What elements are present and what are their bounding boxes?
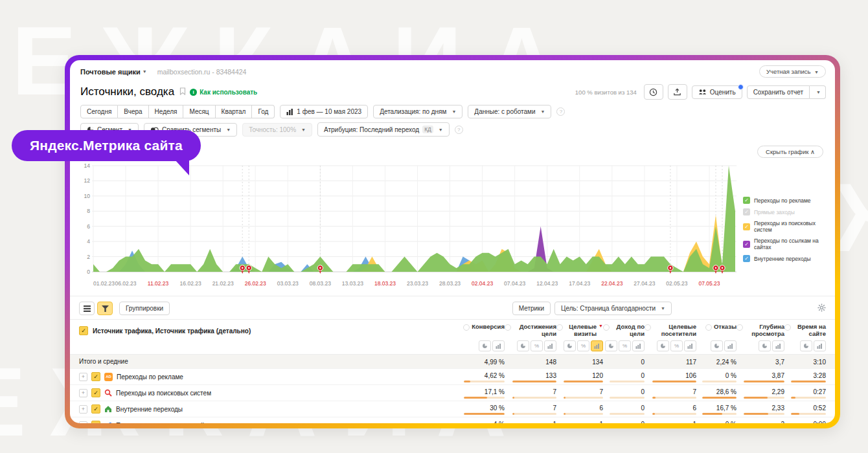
save-report-button[interactable]: Сохранить отчет bbox=[747, 85, 810, 99]
legend-checkbox[interactable]: ✓ bbox=[743, 241, 750, 248]
pie-toggle[interactable] bbox=[605, 340, 617, 351]
expand-button[interactable]: + bbox=[79, 421, 87, 424]
chevron-down-icon: ▼ bbox=[816, 90, 821, 94]
table-row[interactable]: +✓Переходы из поисковых систем17,1 %7707… bbox=[70, 385, 835, 401]
metric-name[interactable]: Целевые посетители bbox=[645, 324, 696, 338]
rate-button[interactable]: Оценить bbox=[692, 85, 742, 99]
cell-bar bbox=[564, 397, 603, 399]
pie-toggle[interactable] bbox=[711, 340, 723, 351]
metric-column-header: Глубина просмотра bbox=[737, 324, 784, 351]
account-button[interactable]: Учетная запись ▼ bbox=[759, 65, 826, 78]
save-report-caret[interactable]: ▼ bbox=[810, 85, 826, 99]
legend-item[interactable]: ✓Переходы из поисковых систем bbox=[743, 220, 830, 233]
history-button[interactable] bbox=[644, 84, 663, 100]
callout-tail bbox=[175, 160, 189, 175]
metric-name[interactable]: Глубина просмотра bbox=[737, 324, 784, 338]
bar-toggle[interactable] bbox=[591, 340, 603, 351]
list-view-toggle[interactable] bbox=[79, 302, 95, 315]
cell-bar bbox=[744, 381, 784, 382]
row-checkbox[interactable]: ✓ bbox=[91, 388, 100, 397]
row-label[interactable]: Переходы по ссылкам на сайтах bbox=[116, 422, 214, 424]
pct-toggle[interactable]: % bbox=[577, 340, 589, 351]
detail-dropdown[interactable]: Детализация: по дням ▼ bbox=[373, 105, 463, 118]
pie-toggle[interactable] bbox=[564, 340, 576, 351]
period-button-квартал[interactable]: Квартал bbox=[216, 105, 253, 118]
tree-view-toggle[interactable] bbox=[97, 302, 113, 315]
settings-button[interactable] bbox=[817, 304, 826, 313]
metrics-button[interactable]: Метрики bbox=[512, 302, 551, 315]
bar-toggle[interactable] bbox=[814, 340, 826, 351]
pie-toggle[interactable] bbox=[800, 340, 812, 351]
hide-chart-button[interactable]: Скрыть график ∧ bbox=[757, 146, 823, 158]
metric-name[interactable]: Отказы bbox=[696, 324, 737, 338]
bar-toggle[interactable] bbox=[492, 340, 505, 351]
legend-item[interactable]: ✓Переходы по рекламе bbox=[743, 197, 830, 204]
bar-toggle[interactable] bbox=[772, 340, 784, 351]
table-row[interactable]: +✓ADПереходы по рекламе4,62 %13312001060… bbox=[70, 369, 835, 385]
legend-checkbox[interactable]: ✓ bbox=[743, 197, 750, 204]
row-checkbox[interactable]: ✓ bbox=[91, 421, 100, 423]
help-icon[interactable]: ? bbox=[455, 126, 463, 134]
home-icon bbox=[104, 405, 112, 413]
period-button-год[interactable]: Год bbox=[252, 105, 275, 118]
metric-name[interactable]: Доход по цели bbox=[603, 324, 645, 338]
pie-toggle[interactable] bbox=[657, 340, 669, 351]
table-row[interactable]: +✓Внутренние переходы30 %760616,7 %2,330… bbox=[70, 401, 835, 417]
legend-checkbox[interactable]: ✓ bbox=[743, 255, 750, 262]
pie-toggle[interactable] bbox=[759, 340, 771, 351]
chevron-down-icon: ▼ bbox=[541, 109, 545, 114]
pct-toggle[interactable]: % bbox=[531, 340, 543, 351]
site-id: mailboxsection.ru - 83484424 bbox=[157, 68, 247, 76]
period-button-месяц[interactable]: Месяц bbox=[183, 105, 215, 118]
cell-bar bbox=[512, 381, 556, 382]
metric-name[interactable]: Время на сайте bbox=[784, 324, 826, 338]
row-checkbox[interactable]: ✓ bbox=[91, 404, 100, 414]
legend-item[interactable]: ✓Внутренние переходы bbox=[743, 255, 830, 262]
pct-toggle[interactable]: % bbox=[670, 340, 683, 351]
legend-item[interactable]: ✓Прямые заходы bbox=[743, 208, 830, 215]
bar-toggle[interactable] bbox=[632, 340, 645, 351]
cell-value: 1 bbox=[505, 421, 556, 423]
dimension-header[interactable]: Источник трафика, Источник трафика (дета… bbox=[93, 327, 251, 335]
metric-label: Целевые визиты bbox=[565, 324, 597, 338]
table-row[interactable]: +✓Переходы по ссылкам на сайтах4 %11010 … bbox=[70, 417, 835, 423]
pct-toggle[interactable]: % bbox=[619, 340, 631, 351]
legend-checkbox[interactable]: ✓ bbox=[743, 223, 750, 230]
bar-toggle[interactable] bbox=[544, 340, 556, 351]
pie-toggle[interactable] bbox=[479, 340, 491, 351]
row-label[interactable]: Переходы по рекламе bbox=[117, 373, 183, 381]
groupings-button[interactable]: Группировки bbox=[119, 302, 170, 315]
bar-toggle[interactable] bbox=[684, 340, 696, 351]
row-label[interactable]: Внутренние переходы bbox=[116, 406, 183, 413]
row-label[interactable]: Переходы из поисковых систем bbox=[116, 390, 211, 397]
period-button-неделя[interactable]: Неделя bbox=[149, 105, 184, 118]
metric-name[interactable]: Конверсия bbox=[457, 324, 505, 338]
chart-plot[interactable]: 01.02.2306.02.2311.02.2316.02.2321.02.23… bbox=[92, 160, 737, 289]
cell-value: 7 bbox=[645, 388, 696, 395]
legend-checkbox[interactable]: ✓ bbox=[743, 208, 750, 215]
help-icon[interactable]: ? bbox=[556, 107, 565, 116]
pie-toggle[interactable] bbox=[517, 340, 529, 351]
expand-button[interactable]: + bbox=[79, 405, 87, 414]
date-range-button[interactable]: 1 фев — 10 мая 2023 bbox=[280, 105, 368, 118]
accuracy-dropdown[interactable]: Точность: 100% ▼ bbox=[242, 123, 312, 137]
metric-name[interactable]: Целевые визиты▼ bbox=[556, 324, 603, 338]
counter-menu[interactable]: Почтовые ящики bbox=[80, 68, 141, 76]
howto-link[interactable]: i Как использовать bbox=[190, 89, 257, 96]
value-cell: 0 % bbox=[696, 419, 737, 423]
bookmark-icon[interactable] bbox=[179, 87, 186, 96]
export-button[interactable] bbox=[668, 84, 687, 100]
legend-item[interactable]: ✓Переходы по ссылкам на сайтах bbox=[743, 238, 830, 250]
data-mode-dropdown[interactable]: Данные: с роботами ▼ bbox=[468, 105, 551, 118]
period-button-сегодня[interactable]: Сегодня bbox=[80, 105, 118, 118]
cell-value: 0:52 bbox=[784, 404, 826, 412]
expand-button[interactable]: + bbox=[79, 373, 87, 381]
metric-name[interactable]: Достижения цели bbox=[505, 324, 556, 338]
bar-toggle[interactable] bbox=[724, 340, 737, 351]
select-all-checkbox[interactable]: ✓ bbox=[79, 326, 88, 335]
attribution-dropdown[interactable]: Атрибуция: Последний переход КД ▼ bbox=[317, 122, 450, 137]
row-checkbox[interactable]: ✓ bbox=[91, 372, 100, 381]
goal-dropdown[interactable]: Цель: Страница благодарности ▼ bbox=[554, 302, 672, 315]
expand-button[interactable]: + bbox=[79, 389, 87, 397]
period-button-вчера[interactable]: Вчера bbox=[118, 105, 148, 118]
